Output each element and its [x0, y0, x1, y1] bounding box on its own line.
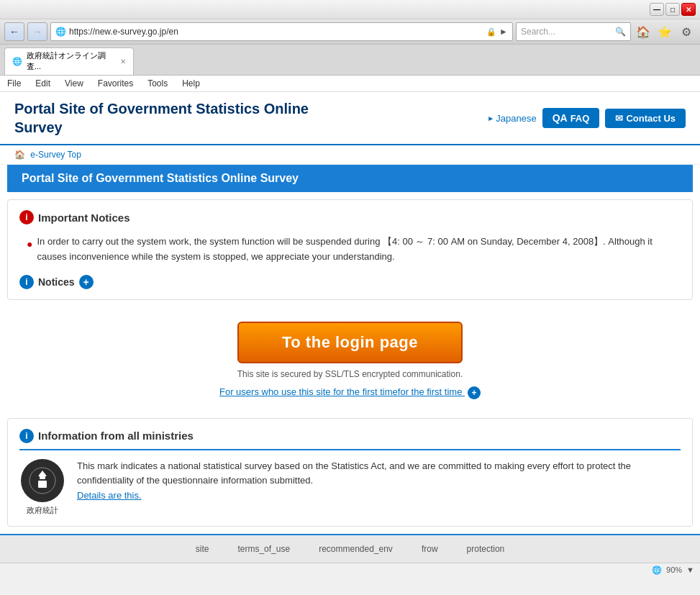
back-button[interactable]: ← [4, 22, 24, 41]
menu-view[interactable]: View [62, 77, 86, 90]
site-header: Portal Site of Government Statistics Onl… [0, 92, 700, 145]
important-notices-title: i Important Notices [19, 210, 681, 224]
tab-bar: 🌐 政府統計オンライン調査... ✕ [0, 45, 700, 76]
status-bar: 🌐 90% ▼ [0, 563, 700, 577]
lock-icon: 🔒 [486, 27, 496, 37]
footer-link-site[interactable]: site [196, 544, 209, 554]
page-heading-text: Portal Site of Government Statistics Onl… [22, 172, 299, 184]
first-time-text: For users who use this site for the firs… [219, 386, 462, 397]
ministries-content: 政府統計 This mark indicates a national stat… [19, 459, 681, 516]
close-button[interactable]: ✕ [681, 3, 696, 16]
search-placeholder: Search... [521, 27, 615, 37]
forward-button[interactable]: → [27, 22, 47, 41]
minimize-button[interactable]: — [650, 3, 664, 16]
browser-titlebar: — □ ✕ [0, 0, 700, 19]
menu-edit[interactable]: Edit [32, 77, 53, 90]
zoom-level: 90% [666, 566, 682, 574]
menu-bar: File Edit View Favorites Tools Help [0, 76, 700, 92]
ministries-details-link[interactable]: Details are this. [77, 490, 142, 501]
login-section: To the login page This site is secured b… [0, 307, 700, 406]
ssl-note-text: This site is secured by SSL/TLS encrypte… [237, 369, 463, 379]
tab-icon: 🌐 [12, 57, 22, 66]
breadcrumb-home-link[interactable]: e-Survey Top [30, 150, 81, 160]
important-icon: i [19, 210, 34, 224]
footer-link-env[interactable]: recommended_env [319, 544, 393, 554]
active-tab[interactable]: 🌐 政府統計オンライン調査... ✕ [4, 47, 134, 75]
language-button[interactable]: ► Japanese [487, 113, 536, 124]
notice-item-0: ● In order to carry out the system work,… [19, 232, 681, 268]
url-text: https://new.e-survey.go.jp/en [69, 27, 483, 37]
important-notices-box: i Important Notices ● In order to carry … [7, 199, 693, 300]
footer-link-terms[interactable]: terms_of_use [237, 544, 290, 554]
search-icon: 🔍 [615, 27, 626, 37]
site-title-line2: Survey [14, 119, 63, 135]
lang-label: Japanese [496, 113, 536, 124]
faq-label: FAQ [571, 113, 590, 124]
tab-title: 政府統計オンライン調査... [27, 50, 116, 72]
window-controls: — □ ✕ [650, 3, 696, 16]
login-button-label: To the login page [282, 333, 418, 351]
notice-text-0: In order to carry out the system work, t… [37, 235, 681, 265]
mail-icon: ✉ [615, 113, 623, 124]
govt-logo-circle [21, 459, 64, 502]
go-icon: ► [499, 27, 508, 37]
ministries-description: This mark indicates a national statistic… [77, 459, 681, 504]
contact-button[interactable]: ✉ Contact Us [605, 109, 686, 128]
home-icon: 🏠 [14, 150, 25, 160]
notices-expand-button[interactable]: + [79, 275, 94, 289]
menu-tools[interactable]: Tools [145, 77, 171, 90]
faq-qa-icon: QA [553, 112, 568, 124]
notices-info-icon: i [19, 275, 34, 289]
header-right: ► Japanese QA FAQ ✉ Contact Us [487, 108, 686, 128]
govt-logo: 政府統計 [19, 459, 65, 516]
ministries-title: i Information from all ministries [19, 429, 681, 450]
important-notices-label: Important Notices [38, 212, 130, 224]
breadcrumb: 🏠 e-Survey Top [0, 145, 700, 165]
page-icon: 🌐 [55, 27, 66, 37]
search-bar[interactable]: Search... 🔍 [516, 22, 631, 41]
footer: site terms_of_use recommended_env frow p… [0, 534, 700, 563]
contact-label: Contact Us [626, 113, 676, 124]
menu-help[interactable]: Help [179, 77, 203, 90]
maximize-button[interactable]: □ [665, 3, 680, 16]
svg-rect-1 [38, 481, 47, 488]
internet-zone-icon: 🌐 [652, 566, 662, 575]
faq-button[interactable]: QA FAQ [542, 108, 600, 128]
footer-link-protection[interactable]: protection [467, 544, 505, 554]
lang-arrow-icon: ► [487, 114, 494, 122]
menu-favorites[interactable]: Favorites [95, 77, 136, 90]
address-bar[interactable]: 🌐 https://new.e-survey.go.jp/en 🔒 ► [50, 22, 513, 41]
first-time-link[interactable]: For users who use this site for the firs… [0, 386, 700, 399]
ssl-note: This site is secured by SSL/TLS encrypte… [0, 369, 700, 379]
first-time-plus-icon: + [468, 386, 481, 399]
page-heading-bar: Portal Site of Government Statistics Onl… [7, 165, 693, 192]
notices-row: i Notices + [19, 275, 681, 289]
favorites-button[interactable]: ⭐ [655, 22, 674, 41]
page-content: Portal Site of Government Statistics Onl… [0, 92, 700, 563]
govt-logo-svg [28, 466, 57, 495]
tab-close-button[interactable]: ✕ [120, 58, 126, 65]
notices-label: Notices [38, 276, 75, 288]
zoom-button[interactable]: ▼ [686, 566, 694, 574]
notice-bullet-icon: ● [27, 236, 32, 265]
browser-toolbar: ← → 🌐 https://new.e-survey.go.jp/en 🔒 ► … [0, 19, 700, 45]
home-button[interactable]: 🏠 [634, 22, 653, 41]
site-title-line1: Portal Site of Government Statistics Onl… [14, 101, 309, 117]
ministries-title-text: Information from all ministries [38, 430, 194, 442]
footer-link-frow[interactable]: frow [422, 544, 438, 554]
ministries-text-content: This mark indicates a national statistic… [77, 460, 631, 486]
login-page-button[interactable]: To the login page [237, 322, 463, 363]
settings-button[interactable]: ⚙ [677, 22, 696, 41]
ministries-box: i Information from all ministries 政府統計 T… [7, 418, 693, 527]
govt-label-text: 政府統計 [19, 505, 65, 516]
site-title: Portal Site of Government Statistics Onl… [14, 99, 309, 137]
ministries-info-icon: i [19, 429, 34, 443]
menu-file[interactable]: File [4, 77, 24, 90]
